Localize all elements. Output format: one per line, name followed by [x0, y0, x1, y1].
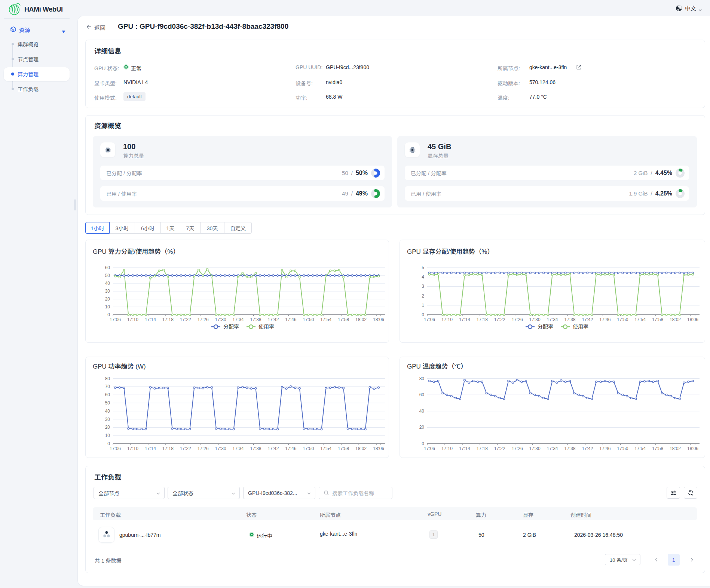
svg-text:17:34: 17:34 — [547, 317, 558, 322]
svg-text:30: 30 — [105, 417, 110, 422]
svg-text:17:14: 17:14 — [145, 446, 156, 451]
svg-text:40: 40 — [105, 281, 110, 286]
svg-text:18:02: 18:02 — [355, 446, 367, 451]
svg-text:17:54: 17:54 — [634, 317, 646, 322]
svg-text:17:18: 17:18 — [477, 317, 488, 322]
svg-text:18:02: 18:02 — [670, 317, 681, 322]
svg-text:17:46: 17:46 — [599, 446, 610, 451]
svg-text:17:26: 17:26 — [512, 317, 523, 322]
svg-text:17:06: 17:06 — [424, 317, 435, 322]
svg-text:17:30: 17:30 — [215, 317, 226, 322]
svg-text:17:22: 17:22 — [494, 446, 505, 451]
svg-text:17:54: 17:54 — [320, 317, 331, 322]
svg-text:17:10: 17:10 — [127, 317, 138, 322]
svg-text:18:02: 18:02 — [670, 446, 681, 451]
svg-text:0: 0 — [422, 312, 424, 317]
svg-text:5: 5 — [422, 265, 424, 270]
svg-text:17:34: 17:34 — [547, 446, 558, 451]
svg-text:17:38: 17:38 — [250, 446, 261, 451]
svg-text:20: 20 — [419, 425, 425, 430]
svg-text:20: 20 — [105, 296, 110, 302]
svg-text:20: 20 — [105, 425, 110, 430]
svg-text:10: 10 — [105, 433, 110, 438]
svg-text:17:46: 17:46 — [285, 317, 296, 322]
svg-text:17:34: 17:34 — [232, 317, 244, 322]
svg-text:17:14: 17:14 — [459, 317, 470, 322]
svg-text:17:58: 17:58 — [338, 446, 349, 451]
svg-text:17:26: 17:26 — [512, 446, 523, 451]
svg-text:60: 60 — [105, 265, 110, 270]
svg-text:0: 0 — [107, 312, 110, 317]
svg-text:17:26: 17:26 — [198, 446, 209, 451]
svg-text:17:18: 17:18 — [162, 446, 174, 451]
svg-text:使用率: 使用率 — [573, 324, 588, 330]
svg-text:4: 4 — [422, 274, 424, 280]
svg-text:0: 0 — [422, 441, 424, 446]
svg-text:17:06: 17:06 — [424, 446, 435, 451]
svg-text:18:06: 18:06 — [687, 317, 698, 322]
svg-text:60: 60 — [419, 392, 425, 397]
svg-text:17:42: 17:42 — [582, 446, 593, 451]
svg-text:使用率: 使用率 — [258, 324, 274, 330]
svg-text:18:02: 18:02 — [355, 317, 367, 322]
svg-text:17:06: 17:06 — [110, 446, 121, 451]
svg-text:17:34: 17:34 — [232, 446, 244, 451]
svg-text:17:18: 17:18 — [477, 446, 488, 451]
svg-text:10: 10 — [105, 304, 110, 310]
svg-text:17:58: 17:58 — [338, 317, 349, 322]
svg-text:17:22: 17:22 — [180, 317, 191, 322]
svg-text:18:06: 18:06 — [373, 317, 384, 322]
svg-text:17:54: 17:54 — [634, 446, 646, 451]
svg-text:17:22: 17:22 — [180, 446, 191, 451]
svg-text:70: 70 — [105, 384, 110, 389]
svg-text:18:06: 18:06 — [373, 446, 384, 451]
svg-text:17:54: 17:54 — [320, 446, 331, 451]
svg-text:3: 3 — [422, 284, 424, 289]
svg-text:80: 80 — [419, 376, 425, 381]
svg-text:17:42: 17:42 — [267, 446, 279, 451]
svg-text:40: 40 — [105, 409, 110, 414]
svg-text:17:10: 17:10 — [127, 446, 138, 451]
svg-text:分配率: 分配率 — [538, 324, 553, 330]
svg-text:17:18: 17:18 — [162, 317, 174, 322]
svg-text:50: 50 — [105, 400, 110, 406]
svg-text:17:46: 17:46 — [285, 446, 296, 451]
svg-text:17:50: 17:50 — [617, 317, 628, 322]
svg-text:17:30: 17:30 — [529, 446, 541, 451]
svg-text:80: 80 — [105, 376, 110, 381]
svg-text:17:38: 17:38 — [564, 317, 575, 322]
svg-text:17:42: 17:42 — [582, 317, 593, 322]
svg-text:分配率: 分配率 — [223, 324, 239, 330]
svg-text:17:30: 17:30 — [215, 446, 226, 451]
svg-text:60: 60 — [105, 392, 110, 397]
svg-text:17:10: 17:10 — [441, 317, 453, 322]
svg-text:17:14: 17:14 — [145, 317, 156, 322]
svg-text:17:42: 17:42 — [267, 317, 279, 322]
svg-text:17:06: 17:06 — [110, 317, 121, 322]
svg-text:17:46: 17:46 — [599, 317, 610, 322]
svg-text:18:06: 18:06 — [687, 446, 698, 451]
svg-text:50: 50 — [105, 273, 110, 278]
svg-text:2: 2 — [422, 293, 424, 299]
svg-text:17:26: 17:26 — [198, 317, 209, 322]
svg-text:17:22: 17:22 — [494, 317, 505, 322]
svg-text:17:10: 17:10 — [441, 446, 453, 451]
svg-text:0: 0 — [107, 441, 110, 446]
svg-text:1: 1 — [422, 303, 424, 308]
svg-text:17:30: 17:30 — [529, 317, 541, 322]
svg-text:30: 30 — [105, 289, 110, 294]
svg-text:17:38: 17:38 — [250, 317, 261, 322]
svg-text:17:58: 17:58 — [652, 317, 663, 322]
svg-text:17:50: 17:50 — [303, 317, 314, 322]
svg-text:17:50: 17:50 — [617, 446, 628, 451]
svg-text:17:38: 17:38 — [564, 446, 575, 451]
svg-text:17:14: 17:14 — [459, 446, 470, 451]
svg-text:17:50: 17:50 — [303, 446, 314, 451]
svg-text:40: 40 — [419, 409, 425, 414]
svg-text:17:58: 17:58 — [652, 446, 663, 451]
